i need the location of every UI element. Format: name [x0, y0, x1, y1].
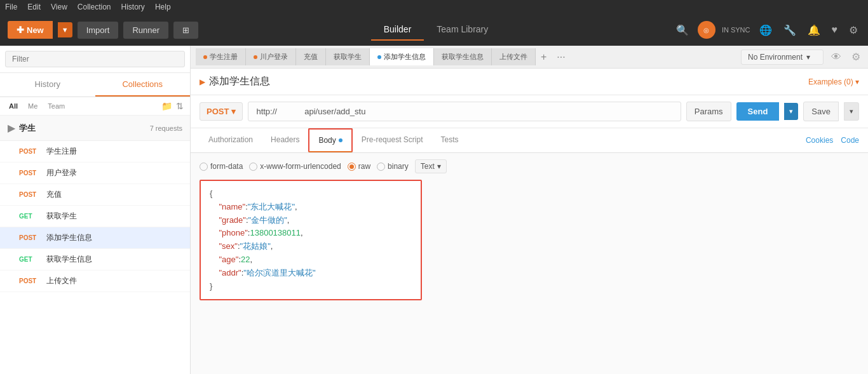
- sort-icon[interactable]: ⇅: [176, 101, 184, 111]
- item-label: 获取学生: [46, 211, 77, 222]
- tab-label: 充值: [304, 52, 318, 62]
- radio-fill: [349, 164, 354, 169]
- environment-select[interactable]: No Environment ▾: [741, 50, 824, 65]
- toolbar: ✚ New ▼ Import Runner ⊞ Builder Team Lib…: [0, 14, 868, 46]
- body-content: form-data x-www-form-urlencoded raw bina…: [191, 153, 868, 374]
- filter-team[interactable]: Team: [45, 101, 67, 111]
- json-editor[interactable]: { "name":"东北大喊花", "grade":"金牛做的", "phone…: [200, 180, 422, 300]
- item-label: 获取学生信息: [46, 254, 92, 265]
- new-button-arrow[interactable]: ▼: [58, 22, 72, 37]
- tab-dot: [254, 55, 257, 59]
- filter-all[interactable]: All: [6, 101, 20, 111]
- toolbar-center-tabs: Builder Team Library: [203, 19, 668, 41]
- more-tabs-button[interactable]: ···: [552, 49, 570, 65]
- item-label: 用户登录: [46, 168, 77, 178]
- settings-env-icon[interactable]: ⚙: [849, 48, 863, 65]
- save-arrow-button[interactable]: ▾: [844, 102, 859, 121]
- method-badge: POST: [19, 234, 41, 241]
- text-format-select[interactable]: Text ▾: [415, 159, 447, 173]
- request-tab[interactable]: 获取学生: [326, 48, 370, 65]
- tab-pre-request[interactable]: Pre-request Script: [353, 129, 432, 152]
- tab-builder[interactable]: Builder: [371, 19, 424, 41]
- code-link[interactable]: Code: [841, 136, 859, 145]
- url-input[interactable]: [248, 102, 681, 121]
- collection-header[interactable]: ▶ 学生 7 requests: [0, 116, 190, 141]
- save-button[interactable]: Save: [803, 102, 839, 121]
- list-item[interactable]: POST 学生注册: [0, 141, 190, 163]
- item-label: 学生注册: [46, 146, 77, 157]
- list-item[interactable]: POST 用户登录: [0, 163, 190, 184]
- request-tab[interactable]: 获取学生信息: [434, 48, 492, 65]
- bell-icon[interactable]: 🔔: [805, 22, 823, 39]
- method-select[interactable]: POST ▾: [200, 102, 243, 121]
- filter-me[interactable]: Me: [25, 101, 40, 111]
- radio-form-data[interactable]: form-data: [200, 162, 243, 171]
- main-layout: History Collections All Me Team 📁 ⇅ ▶ 学生…: [0, 46, 868, 374]
- runner-button[interactable]: Runner: [123, 22, 168, 39]
- tab-label: 上传文件: [499, 52, 527, 62]
- menu-edit[interactable]: Edit: [27, 3, 41, 11]
- toolbar-right: 🔍 ◎ IN SYNC 🌐 🔧 🔔 ♥ ⚙: [674, 21, 860, 39]
- request-tab-active[interactable]: 添加学生信息: [370, 48, 434, 65]
- radio-binary[interactable]: binary: [377, 162, 409, 171]
- tab-team-library[interactable]: Team Library: [424, 19, 501, 41]
- filter-input[interactable]: [5, 51, 185, 67]
- tab-body[interactable]: Body: [308, 128, 352, 152]
- request-tab[interactable]: 学生注册: [196, 48, 246, 65]
- url-bar: POST ▾ Params Send ▾ Save ▾: [191, 95, 868, 128]
- list-item[interactable]: POST 上传文件: [0, 270, 190, 292]
- tab-authorization[interactable]: Authorization: [200, 129, 262, 152]
- tab-headers[interactable]: Headers: [262, 129, 308, 152]
- settings-icon[interactable]: ⚙: [846, 22, 860, 39]
- add-tab-button[interactable]: +: [536, 49, 552, 65]
- request-tab[interactable]: 上传文件: [492, 48, 536, 65]
- list-item[interactable]: POST 充值: [0, 184, 190, 206]
- send-arrow-button[interactable]: ▾: [784, 103, 798, 120]
- cookies-link[interactable]: Cookies: [806, 136, 833, 145]
- radio-icon: [249, 163, 257, 171]
- radio-raw[interactable]: raw: [348, 162, 370, 171]
- tab-tests[interactable]: Tests: [431, 129, 467, 152]
- send-button[interactable]: Send: [736, 102, 780, 121]
- menu-history[interactable]: History: [121, 3, 145, 11]
- layout-button[interactable]: ⊞: [173, 22, 198, 39]
- body-tabs: Authorization Headers Body Pre-request S…: [191, 128, 868, 153]
- examples-link[interactable]: Examples (0) ▾: [808, 77, 859, 86]
- globe-icon[interactable]: 🌐: [757, 22, 775, 39]
- cookies-code-links: Cookies Code: [806, 136, 859, 145]
- tab-label: 获取学生: [334, 52, 362, 62]
- list-item[interactable]: GET 获取学生: [0, 206, 190, 227]
- method-badge: GET: [19, 213, 41, 220]
- menu-collection[interactable]: Collection: [78, 3, 111, 11]
- menu-view[interactable]: View: [51, 3, 67, 11]
- env-label: No Environment: [748, 53, 803, 62]
- collection-items: POST 学生注册 POST 用户登录 POST 充值 GET 获取学生 POS…: [0, 141, 190, 292]
- search-icon[interactable]: 🔍: [674, 22, 691, 39]
- body-format-bar: form-data x-www-form-urlencoded raw bina…: [200, 159, 859, 173]
- menu-file[interactable]: File: [5, 3, 17, 11]
- tab-collections[interactable]: Collections: [95, 73, 191, 97]
- request-tab[interactable]: 川户登录: [246, 48, 296, 65]
- tab-history[interactable]: History: [0, 73, 95, 97]
- list-item[interactable]: POST 添加学生信息: [0, 227, 190, 249]
- item-label: 充值: [46, 189, 62, 200]
- eye-icon[interactable]: 👁: [829, 49, 844, 65]
- import-button[interactable]: Import: [78, 22, 119, 39]
- tab-label: 获取学生信息: [442, 52, 484, 62]
- params-button[interactable]: Params: [686, 102, 731, 121]
- heart-icon[interactable]: ♥: [829, 22, 841, 38]
- wrench-icon[interactable]: 🔧: [781, 22, 799, 39]
- radio-urlencoded[interactable]: x-www-form-urlencoded: [249, 162, 341, 171]
- request-tab[interactable]: 充值: [296, 48, 326, 65]
- method-badge: POST: [19, 191, 41, 198]
- tab-dot: [203, 55, 207, 59]
- new-folder-icon[interactable]: 📁: [161, 101, 172, 111]
- new-button[interactable]: ✚ New: [8, 21, 53, 39]
- sync-label: IN SYNC: [722, 26, 750, 34]
- list-item[interactable]: GET 获取学生信息: [0, 249, 190, 270]
- chevron-down-icon: ▾: [231, 107, 236, 116]
- sidebar: History Collections All Me Team 📁 ⇅ ▶ 学生…: [0, 46, 191, 374]
- tab-label: 川户登录: [260, 52, 288, 62]
- request-tabs-bar: 学生注册 川户登录 充值 获取学生 添加学生信息 获取学生信息 上传文件: [191, 46, 868, 69]
- menu-help[interactable]: Help: [155, 3, 171, 11]
